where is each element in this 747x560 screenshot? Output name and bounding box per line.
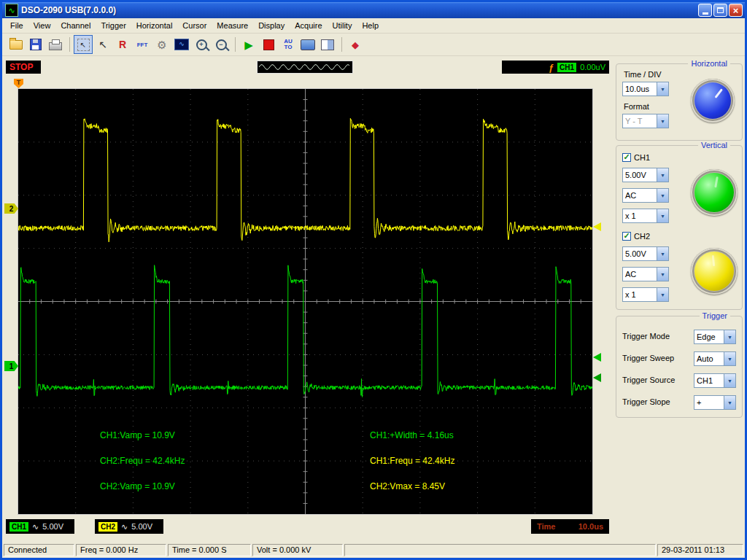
ch2-knob-cap	[694, 252, 734, 291]
vertical-group: Vertical ✓ CH1 5.00V ▼ AC ▼ x 1 ▼ ✓ CH2 …	[616, 145, 743, 310]
menu-view[interactable]: View	[28, 20, 56, 31]
trigger-mode-label: Trigger Mode	[622, 332, 670, 341]
ch2-probe-select[interactable]: x 1 ▼	[622, 287, 669, 302]
toolbar-separator	[235, 37, 236, 52]
measurement-ch1-vamp: CH1:Vamp = 10.9V	[100, 430, 175, 440]
toolbar-separator	[341, 37, 342, 52]
ch1-readout: CH1 ∿ 5.00V	[6, 519, 74, 534]
horizontal-group-title: Horizontal	[688, 59, 730, 68]
fft-button[interactable]: FFT	[133, 35, 152, 54]
menu-utility[interactable]: Utility	[328, 20, 357, 31]
trigger-group: Trigger Trigger Mode Edge ▼ Trigger Swee…	[616, 316, 743, 418]
chevron-down-icon[interactable]: ▼	[724, 330, 735, 343]
trigger-group-title: Trigger	[700, 311, 730, 320]
freq-status: Freq = 0.000 Hz	[76, 544, 166, 556]
chevron-down-icon[interactable]: ▼	[724, 374, 735, 387]
ch1-coupling-select[interactable]: AC ▼	[622, 188, 669, 203]
chevron-down-icon[interactable]: ▼	[657, 247, 668, 260]
chevron-down-icon[interactable]: ▼	[657, 268, 668, 281]
pointer-button[interactable]: ↖	[93, 35, 112, 54]
close-button[interactable]: ×	[729, 4, 743, 17]
waveform-icon: ∿	[174, 39, 189, 50]
fft-icon: FFT	[137, 42, 148, 48]
vertical-group-title: Vertical	[698, 141, 730, 149]
trigger-sweep-select[interactable]: Auto ▼	[694, 351, 736, 366]
menu-acquire[interactable]: Acquire	[290, 20, 327, 31]
maximize-button[interactable]	[713, 4, 727, 17]
save-icon	[30, 39, 42, 50]
chevron-down-icon[interactable]: ▼	[657, 168, 668, 182]
menu-display[interactable]: Display	[253, 20, 290, 31]
screen-icon	[301, 39, 315, 50]
trigger-mode-select[interactable]: Edge ▼	[694, 330, 736, 344]
autoset-button[interactable]: AUTO	[279, 35, 298, 54]
ch2-zero-marker[interactable]: 2	[4, 203, 18, 214]
chevron-down-icon[interactable]: ▼	[657, 189, 668, 202]
menu-horizontal[interactable]: Horizontal	[131, 20, 178, 31]
menu-help[interactable]: Help	[357, 20, 384, 31]
trigger-level-arrow[interactable]	[593, 353, 601, 362]
maximize-icon	[717, 7, 724, 13]
minimize-button[interactable]	[698, 4, 712, 17]
ch2-coupling-icon: ∿	[121, 522, 128, 532]
timebase-value: 10.0us	[578, 522, 603, 531]
waveform-preview[interactable]	[257, 61, 353, 74]
title-bar[interactable]: ∿ DSO-2090 USB(7.0.0.0) ×	[2, 2, 745, 18]
trigger-level-value: 0.00uV	[580, 63, 605, 71]
cursor-select-button[interactable]: ↖	[74, 35, 93, 54]
waveform-view-button[interactable]: ∿	[172, 35, 191, 54]
refresh-button[interactable]: R	[113, 35, 132, 54]
save-button[interactable]	[26, 35, 45, 54]
start-button[interactable]: ▶	[239, 35, 258, 54]
split-view-button[interactable]	[318, 35, 337, 54]
display-mode-button[interactable]	[298, 35, 317, 54]
trigger-source-select[interactable]: CH1 ▼	[694, 373, 736, 388]
settings-button[interactable]: ⚙	[152, 35, 171, 54]
ch2-position-knob[interactable]	[691, 248, 738, 295]
chevron-down-icon[interactable]: ▼	[657, 288, 668, 301]
menu-file[interactable]: File	[5, 20, 28, 31]
toolbar: ↖ ↖ R FFT ⚙ ∿ + − ▶ AUTO ◆	[2, 34, 745, 56]
time-status: Time = 0.000 S	[168, 544, 251, 556]
ch2-volts-per-div: 5.00V	[131, 522, 152, 531]
menu-channel[interactable]: Channel	[55, 20, 96, 31]
chevron-down-icon[interactable]: ▼	[657, 82, 668, 96]
stop-button[interactable]	[259, 35, 278, 54]
ch1-probe-select[interactable]: x 1 ▼	[622, 209, 669, 223]
color-button[interactable]: ◆	[346, 35, 365, 54]
menu-cursor[interactable]: Cursor	[177, 20, 212, 31]
ch1-volts-select[interactable]: 5.00V ▼	[622, 168, 669, 182]
zoom-in-button[interactable]: +	[192, 35, 211, 54]
trigger-position-marker[interactable]: T	[14, 79, 23, 88]
chevron-down-icon: ▼	[657, 114, 668, 128]
horizontal-knob[interactable]	[691, 79, 735, 122]
open-button[interactable]	[7, 35, 26, 54]
format-select: Y - T ▼	[622, 114, 669, 128]
close-icon: ×	[733, 6, 739, 15]
zoom-out-button[interactable]: −	[212, 35, 231, 54]
trigger-slope-select[interactable]: + ▼	[694, 395, 736, 410]
print-button[interactable]	[46, 35, 65, 54]
window-title: DSO-2090 USB(7.0.0.0)	[21, 5, 698, 15]
measurement-ch2-vamp: CH2:Vamp = 10.9V	[100, 481, 175, 491]
status-bar: Connected Freq = 0.000 Hz Time = 0.000 S…	[2, 543, 745, 558]
ch2-checkbox[interactable]: ✓	[622, 232, 631, 241]
measurement-ch1-width: CH1:+Width = 4.16us	[370, 430, 454, 440]
ch1-position-knob[interactable]	[691, 169, 738, 216]
ch2-volts-select[interactable]: 5.00V ▼	[622, 246, 669, 261]
chevron-down-icon[interactable]: ▼	[724, 352, 735, 365]
time-div-select[interactable]: 10.0us ▼	[622, 82, 669, 96]
ch2-level-arrow[interactable]	[593, 222, 601, 231]
menu-trigger[interactable]: Trigger	[96, 20, 131, 31]
ch1-checkbox[interactable]: ✓	[622, 153, 631, 162]
check-icon: ✓	[623, 232, 630, 240]
ch2-coupling-select[interactable]: AC ▼	[622, 267, 669, 281]
chevron-down-icon[interactable]: ▼	[657, 209, 668, 222]
horizontal-knob-cap	[694, 82, 731, 119]
ch1-level-arrow[interactable]	[593, 373, 601, 382]
run-state-indicator: STOP	[6, 61, 41, 74]
menu-measure[interactable]: Measure	[212, 20, 253, 31]
chevron-down-icon[interactable]: ▼	[724, 396, 735, 409]
ch1-zero-marker[interactable]: 1	[4, 361, 18, 371]
open-folder-icon	[9, 40, 23, 50]
